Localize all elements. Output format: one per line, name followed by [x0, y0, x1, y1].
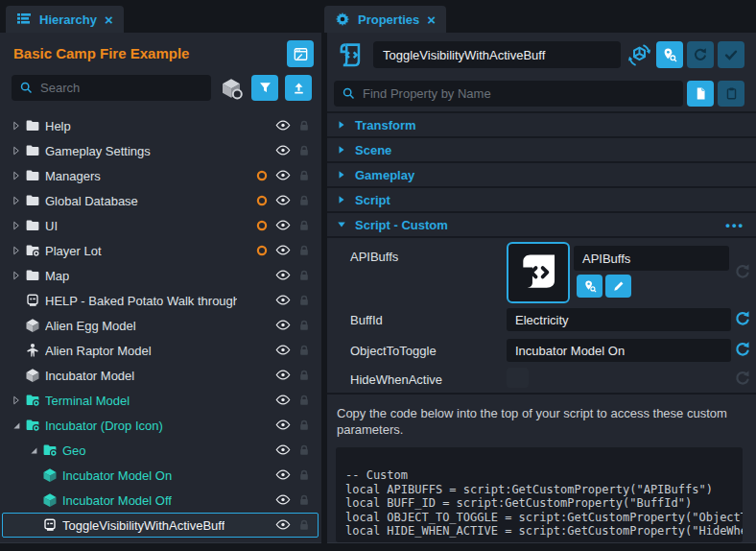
paste-properties-button[interactable] — [718, 81, 744, 107]
expand-arrow-icon[interactable] — [8, 170, 25, 181]
visibility-eye-icon[interactable] — [275, 268, 291, 283]
folder-badge-icon — [25, 393, 45, 408]
close-icon[interactable]: × — [427, 12, 436, 27]
collapse-arrow-icon[interactable] — [8, 419, 25, 431]
visibility-eye-icon[interactable] — [275, 318, 291, 333]
lock-icon[interactable] — [297, 369, 311, 382]
tree-row[interactable]: Geo — [0, 438, 321, 463]
find-in-scene-button[interactable] — [656, 41, 683, 68]
lock-icon[interactable] — [297, 419, 311, 432]
visibility-eye-icon[interactable] — [275, 118, 291, 133]
apibuffs-value-field[interactable]: APIBuffs — [574, 246, 729, 271]
tab-properties[interactable]: Properties × — [324, 6, 446, 33]
visibility-eye-icon[interactable] — [275, 418, 291, 433]
lock-icon[interactable] — [297, 344, 311, 357]
lock-icon[interactable] — [297, 169, 311, 182]
expand-arrow-icon[interactable] — [8, 120, 25, 132]
collapse-upload-button[interactable] — [285, 75, 312, 101]
networked-objects-icon[interactable] — [220, 77, 244, 100]
property-search[interactable] — [334, 81, 683, 107]
visibility-eye-icon[interactable] — [275, 218, 291, 233]
visibility-eye-icon[interactable] — [275, 168, 291, 183]
close-icon[interactable]: × — [105, 12, 113, 27]
expand-arrow-icon[interactable] — [8, 145, 25, 156]
apibuffs-find-button[interactable] — [577, 275, 602, 298]
reset-icon[interactable] — [734, 341, 753, 360]
expand-arrow-icon[interactable] — [8, 245, 25, 256]
visibility-eye-icon[interactable] — [275, 343, 291, 358]
apply-button[interactable] — [718, 41, 744, 68]
lock-icon[interactable] — [297, 144, 311, 157]
lock-icon[interactable] — [297, 294, 311, 307]
hidewhenactive-checkbox[interactable] — [507, 368, 529, 388]
objecttotoggle-value-field[interactable]: Incubator Model On — [507, 339, 731, 362]
tree-row[interactable]: Incubator (Drop Icon) — [0, 413, 321, 438]
tree-row[interactable]: HELP - Baked Potato Walk through - RI — [0, 288, 321, 313]
section-header-scene[interactable]: Scene — [327, 138, 756, 163]
tree-row[interactable]: Map — [0, 263, 321, 288]
tree-row[interactable]: Alien Egg Model — [0, 313, 321, 338]
undo-button[interactable] — [687, 41, 714, 68]
expand-arrow-icon[interactable] — [8, 195, 25, 206]
lock-icon[interactable] — [297, 394, 311, 407]
code-snippet-block[interactable]: -- Custom local APIBUFFS = script:GetCus… — [336, 447, 743, 542]
lock-icon[interactable] — [297, 194, 311, 207]
tree-row[interactable]: UI — [0, 213, 321, 238]
lock-icon[interactable] — [297, 319, 311, 332]
copy-properties-button[interactable] — [687, 81, 714, 107]
script-icon — [42, 517, 62, 533]
lock-icon[interactable] — [297, 518, 311, 532]
buffid-value-field[interactable]: Electricity — [507, 308, 731, 331]
section-header-script[interactable]: Script — [327, 188, 756, 213]
tree-row[interactable]: Incubator Model Off — [0, 488, 321, 513]
tree-row-label: Incubator (Drop Icon) — [45, 419, 163, 433]
apibuffs-asset-box[interactable] — [507, 242, 570, 303]
property-search-input[interactable] — [363, 86, 675, 101]
tree-row[interactable]: ToggleVisibilityWithActiveBuff — [0, 513, 321, 538]
expand-arrow-icon[interactable] — [8, 395, 25, 406]
visibility-eye-icon[interactable] — [275, 243, 291, 258]
tree-row[interactable]: Alien Raptor Model — [0, 338, 321, 363]
lock-icon[interactable] — [297, 119, 311, 132]
section-menu-icon[interactable]: ••• — [725, 218, 744, 232]
hierarchy-search-input[interactable] — [40, 81, 203, 95]
tree-row[interactable]: Help — [0, 113, 321, 138]
object-name-field[interactable]: ToggleVisibilityWithActiveBuff — [373, 41, 621, 68]
visibility-eye-icon[interactable] — [275, 193, 291, 208]
search-icon — [342, 86, 356, 101]
visibility-eye-icon[interactable] — [275, 492, 291, 508]
tree-row[interactable]: Player Lot — [0, 238, 321, 263]
expand-arrow-icon[interactable] — [8, 270, 25, 281]
apibuffs-edit-button[interactable] — [605, 275, 631, 298]
visibility-eye-icon[interactable] — [275, 467, 291, 483]
visibility-eye-icon[interactable] — [275, 393, 291, 408]
lock-icon[interactable] — [297, 443, 311, 457]
tree-row[interactable]: Gameplay Settings — [0, 138, 321, 163]
collapse-arrow-icon[interactable] — [25, 444, 42, 456]
tree-row[interactable]: Terminal Model — [0, 388, 321, 413]
templatize-icon[interactable] — [627, 43, 651, 67]
lock-icon[interactable] — [297, 219, 311, 232]
filter-button[interactable] — [251, 75, 278, 101]
section-header-script-custom[interactable]: Script - Custom••• — [327, 213, 756, 238]
lock-icon[interactable] — [297, 244, 311, 257]
visibility-eye-icon[interactable] — [275, 293, 291, 308]
scene-settings-button[interactable] — [287, 40, 314, 67]
tree-row[interactable]: Incubator Model On — [0, 463, 321, 488]
visibility-eye-icon[interactable] — [275, 517, 291, 533]
visibility-eye-icon[interactable] — [275, 443, 291, 458]
tree-row[interactable]: Managers — [0, 163, 321, 188]
lock-icon[interactable] — [297, 468, 311, 482]
expand-arrow-icon[interactable] — [8, 220, 25, 231]
visibility-eye-icon[interactable] — [275, 143, 291, 158]
tree-row[interactable]: Incubator Model — [0, 363, 321, 388]
lock-icon[interactable] — [297, 269, 311, 282]
section-header-gameplay[interactable]: Gameplay — [327, 163, 756, 188]
visibility-eye-icon[interactable] — [275, 368, 291, 383]
tab-hierarchy[interactable]: Hierarchy × — [6, 6, 124, 33]
hierarchy-search[interactable] — [12, 75, 211, 101]
tree-row[interactable]: Global Database — [0, 188, 321, 213]
section-header-transform[interactable]: Transform — [327, 113, 756, 138]
lock-icon[interactable] — [297, 493, 311, 507]
reset-icon[interactable] — [734, 310, 753, 329]
